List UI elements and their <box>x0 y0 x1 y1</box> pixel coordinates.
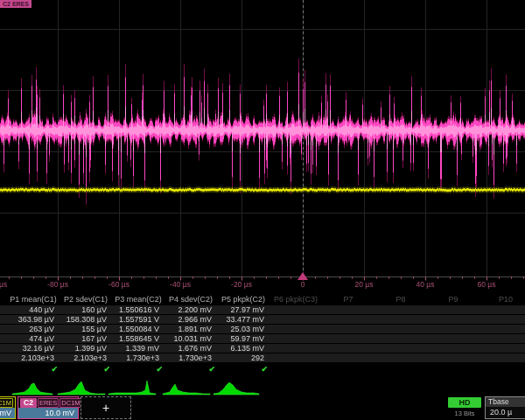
measurement-value: 27.97 mV <box>217 305 264 314</box>
measurement-row: 474 µV167 µV1.558645 V10.031 mV59.97 mV <box>0 334 525 343</box>
status-check-icon: ✔ <box>217 365 268 374</box>
measurement-value: 25.03 mV <box>217 325 264 333</box>
measurement-value: 263 µV <box>7 325 54 333</box>
measurement-value: 2.966 mV <box>164 315 212 324</box>
measurement-column-header[interactable]: P8 <box>374 295 427 304</box>
measurement-row: 32.16 µV1.399 µV1.339 mV1.676 mV6.135 mV <box>0 344 525 353</box>
measurement-row: 363.98 µV158.308 µV1.557591 V2.966 mV33.… <box>0 315 525 324</box>
measurement-value: 1.557591 V <box>112 315 159 324</box>
measurement-value: 1.339 mV <box>112 344 159 353</box>
status-check-icon: ✔ <box>112 365 163 374</box>
histicon[interactable] <box>214 382 259 395</box>
measurement-value: 158.308 µV <box>60 315 107 324</box>
time-tick-label: -40 µs <box>161 280 200 289</box>
c2-coupling-badge: DC1M <box>60 398 81 408</box>
time-tick-label: -80 µs <box>38 280 77 289</box>
time-tick-label: 20 µs <box>345 280 383 289</box>
measurement-value: 32.16 µV <box>7 344 54 353</box>
measurement-value: 474 µV <box>7 334 54 343</box>
status-check-icon: ✔ <box>60 365 110 374</box>
measurement-value: 2.103e+3 <box>7 354 54 362</box>
measurement-value-rows: 440 µV160 µV1.550616 V2.200 mV27.97 mV36… <box>0 305 525 362</box>
measurement-value: 363.98 µV <box>7 315 54 324</box>
time-tick-label: -60 µs <box>100 280 138 289</box>
time-tick-label: -100 µs <box>0 280 14 289</box>
measurement-value: 10.031 mV <box>164 334 212 343</box>
measurement-value: 1.891 mV <box>164 325 212 333</box>
hd-mode-badge: HD <box>448 397 481 408</box>
channel-c1-descriptor[interactable]: DC1M 0 mV <box>0 396 16 419</box>
measurement-value: 1.399 µV <box>60 344 107 353</box>
measurement-value: 1.730e+3 <box>112 354 159 362</box>
add-trace-button[interactable]: + <box>80 396 131 419</box>
measurement-value: 59.97 mV <box>217 334 264 343</box>
oscilloscope-screen: C2 ERES -100 µs-80 µs-60 µs-40 µs-20 µs0… <box>0 0 525 420</box>
measurement-table: P1 mean(C1)P2 sdev(C1)P3 mean(C2)P4 sdev… <box>0 294 525 376</box>
time-tick-label: 40 µs <box>406 280 444 289</box>
status-check-icon: ✔ <box>164 365 215 374</box>
measurement-column-header[interactable]: P1 mean(C1) <box>7 295 60 304</box>
measurement-column-header[interactable]: P2 sdev(C1) <box>60 295 112 304</box>
measurement-column-header[interactable]: P4 sdev(C2) <box>164 295 217 304</box>
plus-icon: + <box>102 401 109 415</box>
measurement-row: 2.103e+32.103e+31.730e+31.730e+3292 <box>0 354 525 362</box>
c2-channel-label: C2 <box>20 398 37 408</box>
measurement-value: 1.676 mV <box>164 344 212 353</box>
measurement-value: 33.477 mV <box>217 315 264 324</box>
trace-annotation: C2 ERES <box>0 0 32 8</box>
time-tick-label: -20 µs <box>222 280 261 289</box>
histicon[interactable] <box>108 381 156 395</box>
c1-scale-value: 0 mV <box>0 408 15 418</box>
time-tick-label: 60 µs <box>467 280 506 289</box>
c1-coupling-badge: DC1M <box>0 398 13 408</box>
measurement-value: 1.550616 V <box>112 305 159 314</box>
measurement-value: 440 µV <box>7 305 54 314</box>
timebase-value: 20.0 µ <box>486 407 525 418</box>
measurement-value: 155 µV <box>60 325 107 333</box>
measurement-value: 2.200 mV <box>164 305 212 314</box>
measurement-value: 2.103e+3 <box>60 354 107 362</box>
hd-bits-label: 13 Bits <box>448 410 481 417</box>
measurement-value: 1.730e+3 <box>164 354 212 362</box>
histicon[interactable] <box>58 382 105 395</box>
descriptor-bar: DC1M 0 mV C2 ERES DC1M 10.0 mV + HD 13 B… <box>0 396 525 420</box>
histicon[interactable] <box>163 384 210 395</box>
measurement-status-row: ✔✔✔✔✔ <box>0 363 525 376</box>
measurement-column-header[interactable]: P9 <box>427 295 480 304</box>
measurement-value: 292 <box>217 354 264 362</box>
measurement-value: 6.135 mV <box>217 344 264 353</box>
channel-c2-descriptor[interactable]: C2 ERES DC1M 10.0 mV <box>18 396 79 419</box>
measurement-column-header[interactable]: P6 pkpk(C3) <box>270 295 322 304</box>
trigger-position-marker[interactable] <box>298 272 308 280</box>
measurement-column-header[interactable]: P3 mean(C2) <box>112 295 164 304</box>
status-check-icon: ✔ <box>7 365 58 374</box>
c2-eres-badge: ERES <box>38 398 59 408</box>
c2-scale-value: 10.0 mV <box>18 408 78 418</box>
measurement-value: 167 µV <box>60 334 107 343</box>
measurement-column-header[interactable]: P5 pkpk(C2) <box>217 295 270 304</box>
timebase-label: Tbase <box>486 397 525 407</box>
measurement-column-header[interactable]: P10 <box>480 295 525 304</box>
measurement-row: 263 µV155 µV1.550084 V1.891 mV25.03 mV <box>0 325 525 333</box>
measurement-column-header[interactable]: P7 <box>322 295 374 304</box>
time-tick-label: 0 <box>284 280 322 289</box>
measurement-value: 1.558645 V <box>112 334 159 343</box>
histicon[interactable] <box>12 383 52 395</box>
measurement-histicons[interactable] <box>0 378 525 396</box>
measurement-value: 160 µV <box>60 305 107 314</box>
measurement-header-row: P1 mean(C1)P2 sdev(C1)P3 mean(C2)P4 sdev… <box>0 294 525 305</box>
measurement-value: 1.550084 V <box>112 325 159 333</box>
timebase-descriptor[interactable]: Tbase 20.0 µ <box>485 396 525 419</box>
waveform-grid-canvas[interactable] <box>0 0 525 294</box>
measurement-row: 440 µV160 µV1.550616 V2.200 mV27.97 mV <box>0 305 525 314</box>
time-axis: -100 µs-80 µs-60 µs-40 µs-20 µs020 µs40 … <box>0 280 525 290</box>
